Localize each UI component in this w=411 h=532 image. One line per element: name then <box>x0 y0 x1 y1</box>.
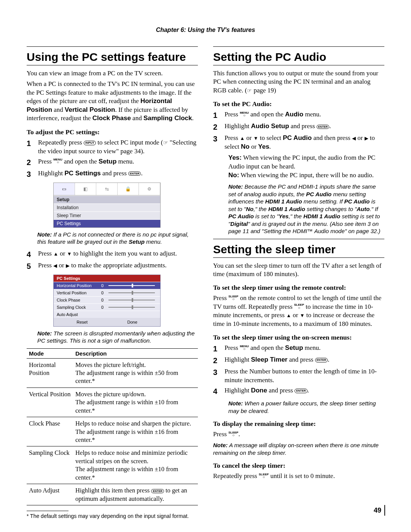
steps-list: 4 Press ▲ or ▼ to highlight the item you… <box>27 249 198 272</box>
steps-list: 1 Press MENU and open the Audio menu. 2 … <box>213 110 384 151</box>
osd-tabs: ▭ ◧ ⇆ 🔒 ⚙ <box>54 183 160 195</box>
label: Clock Phase <box>57 298 99 302</box>
input-icon: INPUT <box>84 141 96 145</box>
text: and <box>131 114 143 122</box>
label: PC Audio <box>344 198 370 205</box>
text: When a power failure occurs, the sleep t… <box>228 400 376 414</box>
down-arrow-icon: ▼ <box>300 313 305 318</box>
two-column-layout: Using the PC settings feature You can vi… <box>27 45 384 519</box>
note-label: Note: <box>228 183 243 190</box>
text: A message will display on-screen when th… <box>213 442 379 456</box>
modes-table: Mode Description Horizontal PositionMove… <box>27 348 198 506</box>
step: 3 Press ▲ or ▼ to select PC Audio and th… <box>213 134 384 151</box>
text: Highlight <box>38 170 64 177</box>
note: Note: Because the PC and HDMI-1 inputs s… <box>228 183 384 235</box>
enter-icon: ENTER <box>315 358 328 362</box>
step-number: 1 <box>27 138 33 149</box>
rule <box>213 239 384 239</box>
rule <box>27 46 198 47</box>
sleep-icon: SLEEP <box>228 431 238 437</box>
label: Done <box>251 387 267 394</box>
text: . <box>307 387 309 394</box>
text: or <box>245 134 253 141</box>
label: Clock Phase <box>92 114 131 122</box>
step-number: 2 <box>27 157 33 168</box>
osd-row: Sleep Timer <box>54 211 160 219</box>
down-arrow-icon: ▼ <box>253 135 258 141</box>
section-title: Using the PC settings feature <box>27 51 198 64</box>
step: 3 Highlight PC Settings and press ENTER. <box>27 169 198 179</box>
text: page 19) <box>252 87 276 94</box>
text: Press <box>38 250 53 257</box>
section-title: Setting the sleep timer <box>213 243 384 256</box>
step-number: 4 <box>213 386 220 397</box>
label: PC Audio <box>283 134 312 141</box>
slider-icon <box>108 307 155 308</box>
cell: Helps to reduce noise and sharpen the pi… <box>73 417 198 446</box>
step: 2 Highlight Audio Setup and press ENTER. <box>213 122 384 132</box>
table-row: Clock PhaseHelps to reduce noise and sha… <box>27 417 198 446</box>
cell: Clock Phase <box>27 417 73 446</box>
text: Press <box>213 430 228 438</box>
text: . <box>329 122 331 130</box>
sub-heading: To set the sleep timer using the remote … <box>213 284 384 292</box>
text: or <box>356 134 365 141</box>
step-number: 3 <box>213 367 220 378</box>
paragraph: You can view an image from a PC on the T… <box>27 69 198 78</box>
tab-icon: ▭ <box>54 183 75 195</box>
step-number: 1 <box>213 110 220 121</box>
text: When viewing the PC input, there will be… <box>239 172 374 179</box>
text: and open the <box>249 344 285 351</box>
paragraph: When a PC is connected to the TV's PC IN… <box>27 80 198 122</box>
label: Audio <box>285 111 303 118</box>
slider-icon <box>108 300 155 300</box>
text: . <box>238 430 240 438</box>
label: Sampling Clock <box>57 305 99 310</box>
label: Horizontal Position <box>57 283 99 288</box>
text: is set to " <box>254 213 279 219</box>
step: 5 Press ◀ or ▶ to make the appropriate a… <box>27 261 198 272</box>
step-text: Press MENU and open the Setup menu. <box>38 157 134 166</box>
label: No <box>241 143 250 150</box>
text: and press <box>288 356 315 363</box>
cell: Highlight this item then press ENTER to … <box>73 484 198 505</box>
osd-slider-row: Sampling Clock0 <box>54 303 160 311</box>
text: to make the appropriate adjustments. <box>70 262 167 269</box>
label: Digital <box>230 221 248 227</box>
page-number: 49 <box>374 507 381 515</box>
sleep-icon: SLEEP <box>259 473 269 479</box>
step-text: Press ▲ or ▼ to select PC Audio and then… <box>225 134 384 151</box>
text: and then press <box>312 134 352 141</box>
left-arrow-icon: ◀ <box>352 135 356 141</box>
text: and press <box>267 387 295 394</box>
menu-icon: MENU <box>240 111 249 117</box>
sub-heading: To cancel the sleep timer: <box>213 462 384 470</box>
table-row: Auto AdjustHighlight this item then pres… <box>27 484 198 505</box>
rule <box>213 257 384 258</box>
sub-heading: To set the PC Audio: <box>213 100 384 108</box>
step: 1 Press MENU and open the Audio menu. <box>213 110 384 121</box>
cell: Moves the picture left/right. The adjust… <box>73 358 198 387</box>
down-arrow-icon: ▼ <box>67 251 72 257</box>
osd-setup-menu: ▭ ◧ ⇆ 🔒 ⚙ Setup Installation Sleep Timer… <box>53 183 161 228</box>
enter-icon: ENTER <box>295 389 307 393</box>
cell: Horizontal Position <box>27 358 73 387</box>
text: Highlight this item then press <box>75 487 151 494</box>
step: 2 Press MENU and open the Setup menu. <box>27 157 198 168</box>
text: or <box>58 250 67 257</box>
table-row: Sampling ClockHelps to reduce noise and … <box>27 446 198 484</box>
osd-slider-row: Clock Phase0 <box>54 296 160 303</box>
cell: Sampling Clock <box>27 446 73 484</box>
step-text: Press ▲ or ▼ to highlight the item you w… <box>38 249 177 258</box>
text: Highlight <box>225 356 251 363</box>
section-title: Setting the PC Audio <box>213 51 384 64</box>
label: Vertical Position <box>65 106 115 113</box>
label: Sampling Clock <box>143 114 192 122</box>
osd-pc-settings: PC Settings Horizontal Position0 Vertica… <box>53 275 161 327</box>
osd-slider-row: Vertical Position0 <box>54 289 160 296</box>
note-label: Note: <box>37 231 52 238</box>
up-arrow-icon: ▲ <box>286 313 291 318</box>
label: Yes <box>258 143 269 150</box>
osd-row-selected: PC Settings <box>54 219 160 227</box>
text: Press <box>38 158 53 165</box>
